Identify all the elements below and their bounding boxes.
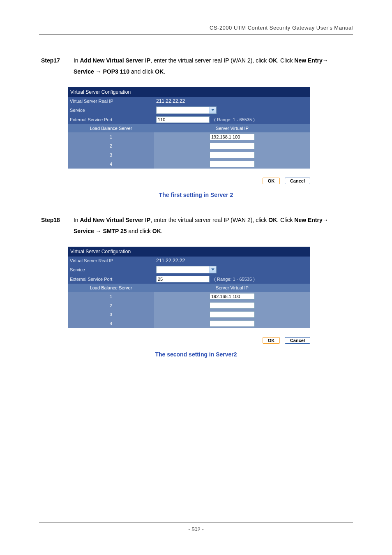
ok-button[interactable]: OK (263, 178, 280, 184)
lb-index: 2 (68, 141, 154, 150)
lb-header: Load Balance Server (68, 284, 154, 292)
config-title: Virtual Server Configuration (68, 87, 310, 97)
lb-header: Load Balance Server (68, 124, 154, 132)
cancel-button[interactable]: Cancel (285, 178, 310, 184)
svg-marker-0 (211, 109, 214, 111)
t: In (74, 57, 80, 64)
t: In (74, 217, 80, 223)
svg-marker-1 (211, 268, 214, 271)
ext-port-label: External Service Port (68, 275, 154, 284)
arrow-icon: → (323, 57, 328, 64)
step17-label: Step17 (41, 55, 72, 66)
arrow-icon: → (323, 217, 328, 223)
step18-text: In Add New Virtual Server IP, enter the … (74, 215, 345, 236)
step18-block: Step18 In Add New Virtual Server IP, ent… (39, 215, 353, 236)
arrow-icon: → (96, 228, 101, 234)
real-ip-value: 211.22.22.22 (154, 97, 310, 105)
t: Service (74, 68, 96, 75)
vip-input-4[interactable] (210, 161, 255, 167)
t: Add New Virtual Server IP (80, 57, 150, 64)
vip-input-2[interactable] (210, 143, 255, 149)
real-ip-text: 211.22.22.22 (156, 258, 185, 264)
step17-text: In Add New Virtual Server IP, enter the … (74, 55, 345, 77)
lb-index: 3 (68, 310, 154, 319)
config2: Virtual Server Configuration Virtual Ser… (68, 247, 353, 328)
service-label: Service (68, 105, 154, 115)
lb-index: 4 (68, 160, 154, 169)
service-select[interactable]: POP3 (110) (156, 106, 217, 114)
lb-index: 1 (68, 132, 154, 141)
t: . Click (277, 57, 294, 64)
t: . Click (277, 217, 294, 223)
vip-input-2[interactable] (210, 302, 255, 309)
t: and click (129, 68, 155, 75)
ext-port-input[interactable] (156, 276, 210, 282)
t: and click (127, 228, 152, 234)
t: Service (74, 228, 96, 234)
real-ip-value: 211.22.22.22 (154, 257, 310, 265)
t: . (161, 228, 163, 234)
chevron-down-icon[interactable] (209, 266, 216, 273)
lb-index: 1 (68, 292, 154, 301)
lb-index: 2 (68, 301, 154, 310)
t: OK (152, 228, 161, 234)
t: OK (268, 217, 277, 223)
page-footer: - 502 - (39, 523, 353, 532)
arrow-icon: → (96, 68, 101, 75)
step17-block: Step17 In Add New Virtual Server IP, ent… (39, 55, 353, 77)
config1: Virtual Server Configuration Virtual Ser… (68, 87, 353, 169)
ok-button[interactable]: OK (263, 337, 280, 344)
svip-header: Server Virtual IP (154, 284, 310, 292)
config-title: Virtual Server Configuration (68, 247, 310, 257)
caption-1: The first setting in Server 2 (39, 192, 353, 198)
t: . (164, 68, 165, 75)
lb-index: 4 (68, 319, 154, 328)
button-row-1: OK Cancel (68, 173, 310, 187)
vip-input-1[interactable] (210, 293, 255, 300)
t: OK (268, 57, 277, 64)
service-select[interactable]: SMTP (25) (156, 266, 217, 273)
t: , enter the virtual server real IP (WAN … (150, 217, 268, 223)
config-table: Virtual Server Configuration Virtual Ser… (68, 87, 310, 169)
real-ip-label: Virtual Server Real IP (68, 97, 154, 105)
svip-header: Server Virtual IP (154, 124, 310, 132)
t: , enter the virtual server real IP (WAN … (150, 57, 268, 64)
cancel-button[interactable]: Cancel (285, 337, 310, 344)
vip-input-4[interactable] (210, 320, 255, 327)
ext-port-input[interactable] (156, 116, 210, 123)
t: Add New Virtual Server IP (80, 217, 150, 223)
page-header: CS-2000 UTM Content Security Gateway Use… (39, 25, 353, 35)
t: OK (155, 68, 164, 75)
port-range: ( Range: 1 - 65535 ) (214, 277, 254, 282)
t: POP3 110 (101, 68, 130, 75)
service-label: Service (68, 265, 154, 275)
step18-label: Step18 (41, 215, 72, 226)
service-select-value: POP3 (110) (157, 107, 209, 113)
caption-2: The second setting in Server2 (39, 351, 353, 358)
manual-page: CS-2000 UTM Content Security Gateway Use… (0, 0, 392, 555)
vip-input-1[interactable] (210, 134, 255, 140)
vip-input-3[interactable] (210, 311, 255, 318)
real-ip-label: Virtual Server Real IP (68, 257, 154, 265)
vip-input-3[interactable] (210, 152, 255, 158)
ext-port-label: External Service Port (68, 115, 154, 124)
t: New Entry (294, 57, 322, 64)
real-ip-text: 211.22.22.22 (156, 98, 185, 104)
button-row-2: OK Cancel (68, 333, 310, 347)
lb-index: 3 (68, 150, 154, 160)
t: New Entry (294, 217, 322, 223)
port-range: ( Range: 1 - 65535 ) (214, 117, 254, 122)
config-table: Virtual Server Configuration Virtual Ser… (68, 247, 310, 328)
chevron-down-icon[interactable] (209, 107, 216, 113)
service-select-value: SMTP (25) (157, 266, 209, 273)
t: SMTP 25 (101, 228, 127, 234)
